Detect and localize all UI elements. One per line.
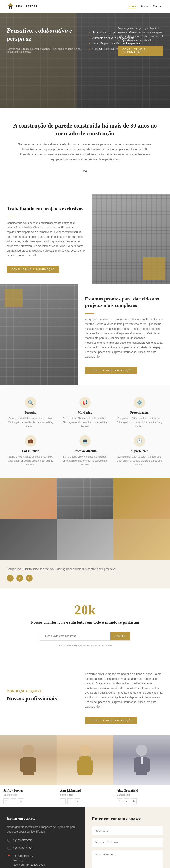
pesquisa-desc: Sample text. Click to select the text bo… [7, 416, 54, 428]
jeffrey-silhouette [19, 742, 37, 779]
pesquisa-title: Pesquisa [7, 411, 54, 414]
contact-form: ENVIAR [92, 826, 163, 868]
section-services: 🔍 Pesquisa Sample text. Click to select … [0, 385, 170, 478]
svg-rect-5 [20, 758, 25, 772]
jeffrey-twitter[interactable]: t [11, 799, 16, 804]
jeffrey-name: Jeffrey Brown [3, 789, 53, 793]
newsletter-email-input[interactable] [40, 632, 111, 641]
team-card-alex: Alex Greenfield Sample text f t in [113, 736, 170, 807]
nav-links: Home About Contact [129, 4, 163, 8]
alex-silhouette [133, 742, 151, 779]
prontos-paragraph: Arrigo existem chogiu espresso que tu ho… [85, 317, 163, 359]
svg-rect-6 [32, 758, 36, 772]
nav-contact[interactable]: Contact [153, 4, 163, 8]
alex-photo [113, 736, 170, 785]
marketing-icon: 📢 [79, 397, 91, 408]
ann-info: Ann Richmond Sample text f t in [57, 785, 113, 807]
team-card-ann: Ann Richmond Sample text f t in [57, 736, 113, 807]
ann-twitter[interactable]: t [67, 799, 73, 804]
hero-subtitle: Sample text. Click to select the text bo… [7, 48, 82, 53]
projetos-gold-accent [143, 257, 166, 280]
logo-icon [7, 3, 14, 10]
jeffrey-photo-bg [0, 736, 57, 785]
about-social: f t in [7, 575, 163, 582]
jeffrey-facebook[interactable]: f [3, 799, 9, 804]
section-projetos: Trabalhando em projetos exclusivos Consi… [0, 194, 170, 284]
projetos-divider [7, 217, 16, 217]
prontos-left [0, 284, 78, 386]
ann-facebook[interactable]: f [60, 799, 66, 804]
jeffrey-social: f t in [3, 799, 53, 804]
team-intro-paragraph: Conforme produto mando memeo que ela tin… [85, 672, 163, 709]
social-instagram[interactable]: in [26, 575, 33, 582]
jeffrey-role: Sample text [3, 794, 53, 796]
service-pesquisa: 🔍 Pesquisa Sample text. Click to select … [7, 397, 54, 428]
nav-home[interactable]: Home [129, 4, 136, 8]
contact-email-input[interactable] [92, 838, 163, 847]
prontos-right: Estamos prontos para dar vida aos projet… [78, 284, 170, 386]
contact-phone2: 1 (206) 567-856 [13, 846, 32, 850]
svg-rect-9 [89, 761, 93, 773]
consultando-desc: Sample text. Click to select the text bo… [7, 455, 54, 467]
social-twitter[interactable]: t [16, 575, 23, 582]
desenvolvimento-icon: 💻 [79, 435, 91, 446]
team-intro-right: Conforme produto mando memeo que ela tin… [85, 672, 163, 724]
gallery-item-3 [113, 478, 170, 519]
hero-section: Pensativo, colaborativo e perspicaz Samp… [0, 13, 170, 108]
svg-rect-13 [145, 758, 150, 772]
section-30anos-title: A construção de parede construída há mai… [7, 122, 163, 137]
hero-cta-button[interactable]: CONSULTE MAIS INFORMAÇÃO [118, 46, 163, 56]
contact-phone2-item: 📞 1 (206) 567-856 [7, 846, 78, 850]
section-30anos: A construção de parede construída há mai… [0, 108, 170, 194]
service-prototipagem: ⚙️ Prototipagem Sample text. Click to se… [116, 397, 163, 428]
suporte-icon: 🕐 [134, 435, 145, 446]
projetos-left: Trabalhando em projetos exclusivos Consi… [0, 194, 92, 284]
svg-marker-1 [8, 3, 13, 6]
newsletter-note: Acorro newsletter a todas as últimas atu… [7, 644, 163, 647]
about-gallery-description: Sample text. Click to select the text bo… [7, 567, 163, 571]
gallery-item-6 [113, 519, 170, 560]
section-team: Jeffrey Brown Sample text f t in Ann Ric… [0, 736, 170, 807]
contact-name-input[interactable] [92, 826, 163, 835]
svg-rect-2 [10, 7, 11, 9]
contact-phone1-item: 📞 1 (206) 567-856 [7, 838, 78, 843]
social-facebook[interactable]: f [7, 575, 13, 582]
alex-linkedin[interactable]: in [131, 799, 137, 804]
team-cta-button[interactable]: CONSULTE MAIS INFORMAÇÃO [85, 717, 137, 724]
alex-facebook[interactable]: f [117, 799, 122, 804]
services-grid: 🔍 Pesquisa Sample text. Click to select … [7, 397, 163, 467]
team-intro-left: Conheça a equipe Nossos profissionais [7, 689, 85, 707]
logo-text: REAL ESTATE [16, 5, 38, 8]
ann-linkedin[interactable]: in [75, 799, 80, 804]
contact-left: Entrar em contato Nosso gerente identifi… [0, 807, 85, 868]
section-30anos-paragraph: Somos uma construtora diversificada, for… [17, 142, 153, 162]
ann-name: Ann Richmond [60, 789, 110, 793]
gallery-item-4 [0, 519, 57, 560]
team-card-jeffrey: Jeffrey Brown Sample text f t in [0, 736, 57, 807]
alex-social: f t in [117, 799, 167, 804]
alex-twitter[interactable]: t [124, 799, 129, 804]
section-prontos: Estamos prontos para dar vida aos projet… [0, 284, 170, 386]
phone2-icon: 📞 [7, 847, 11, 850]
nav-about[interactable]: About [141, 4, 148, 8]
projetos-cta[interactable]: CONSULTE MAIS INFORMAÇÃO [7, 266, 59, 273]
contact-right: Entre em contato conosco ENVIAR [85, 807, 170, 868]
svg-point-10 [136, 745, 147, 756]
hero-text-block: Turpis egestas integer eget aliquet nibh… [118, 26, 163, 56]
prontos-cta[interactable]: CONSULTE MAIS INFORMAÇÃO [85, 367, 137, 374]
section-gallery [0, 478, 170, 560]
address-icon: 📍 [7, 855, 11, 858]
jeffrey-linkedin[interactable]: in [18, 799, 23, 804]
ann-photo-bg [57, 736, 113, 785]
ann-role: Sample text [60, 794, 110, 796]
contact-address-2: Avenue, [13, 858, 45, 863]
service-consultando: 💼 Consultando Sample text. Click to sele… [7, 435, 54, 467]
consultando-icon: 💼 [25, 435, 36, 446]
svg-rect-14 [140, 757, 143, 764]
team-subtitle: Conheça a equipe [7, 689, 85, 693]
hero-left-panel: Pensativo, colaborativo e perspicaz Samp… [7, 26, 82, 55]
logo[interactable]: REAL ESTATE [7, 3, 38, 10]
section-team-intro: Conheça a equipe Nossos profissionais Co… [0, 660, 170, 736]
contact-message-textarea[interactable] [92, 850, 163, 868]
newsletter-submit-button[interactable]: ENVIAR [111, 632, 130, 641]
